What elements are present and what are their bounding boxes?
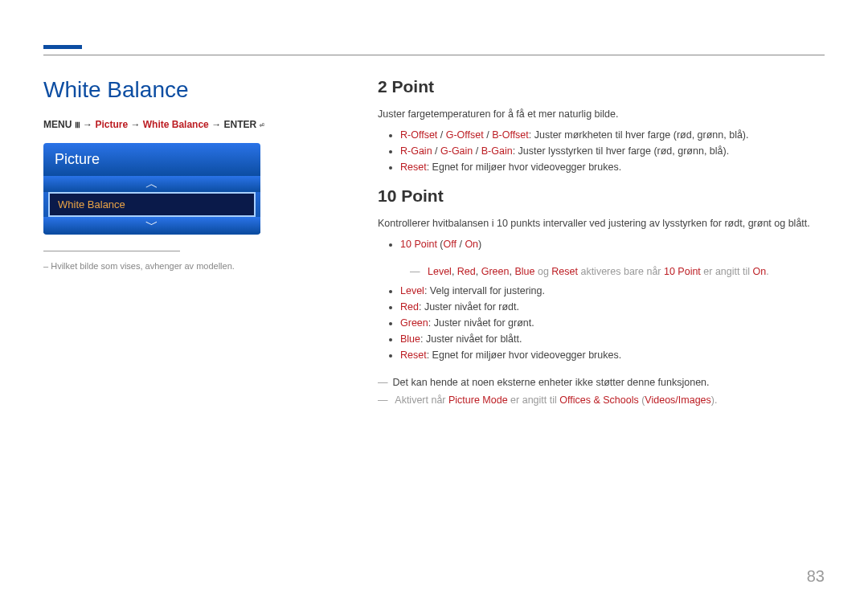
term-level: Level bbox=[428, 266, 452, 277]
mid2-text: er angitt til bbox=[701, 266, 753, 277]
term-reset: Reset bbox=[400, 349, 427, 361]
term-10point: 10 Point bbox=[400, 239, 437, 250]
menu-widget-header: Picture bbox=[43, 143, 260, 176]
left-column: White Balance MENU Ⅲ → Picture → White B… bbox=[43, 77, 333, 410]
breadcrumb-sep: → bbox=[130, 119, 142, 130]
list-item: Reset: Egnet for miljøer hvor videovegge… bbox=[400, 159, 825, 175]
term-on: On bbox=[752, 266, 766, 277]
desc: : Velg intervall for justering. bbox=[424, 285, 545, 296]
paren-close: ). bbox=[711, 394, 718, 406]
list-item: Red: Juster nivået for rødt. bbox=[400, 299, 825, 315]
menu-scroll-down[interactable]: ﹀ bbox=[43, 217, 260, 233]
term-blue: Blue bbox=[400, 333, 420, 345]
right-column: 2 Point Juster fargetemperaturen for å f… bbox=[378, 77, 825, 410]
model-note: Hvilket bilde som vises, avhenger av mod… bbox=[43, 261, 333, 271]
term-picture-mode: Picture Mode bbox=[448, 394, 508, 406]
term-offices-schools: Offices & Schools bbox=[559, 394, 638, 406]
picture-mode-note: Aktivert når Picture Mode er angitt til … bbox=[378, 392, 825, 408]
menu-widget: Picture ︿ White Balance ﹀ bbox=[43, 143, 260, 235]
list-item: Level: Velg intervall for justering. bbox=[400, 283, 825, 299]
term-g-gain: G-Gain bbox=[440, 145, 473, 157]
end-text: . bbox=[766, 266, 768, 277]
term-b-offset: B-Offset bbox=[492, 129, 529, 141]
breadcrumb-enter: ENTER bbox=[223, 119, 256, 130]
paren-open: ( bbox=[437, 239, 444, 250]
list-item: R-Gain / G-Gain / B-Gain: Juster lysstyr… bbox=[400, 143, 825, 159]
og-text: og bbox=[534, 266, 551, 277]
note-separator bbox=[43, 251, 180, 251]
section-2point-title: 2 Point bbox=[378, 77, 825, 96]
term-b-gain: B-Gain bbox=[481, 145, 513, 157]
list-item: Green: Juster nivået for grønt. bbox=[400, 315, 825, 331]
breadcrumb-menu: MENU bbox=[43, 119, 72, 130]
sub-note-wrap: Level, Red, Green, Blue og Reset aktiver… bbox=[378, 264, 825, 280]
list-item: Blue: Juster nivået for blått. bbox=[400, 331, 825, 347]
page-number: 83 bbox=[807, 567, 825, 586]
breadcrumb-sep: → bbox=[83, 119, 95, 130]
term-reset: Reset bbox=[551, 266, 578, 277]
menu-scroll-up[interactable]: ︿ bbox=[43, 176, 260, 192]
breadcrumb: MENU Ⅲ → Picture → White Balance → ENTER… bbox=[43, 119, 333, 130]
menu-item-white-balance[interactable]: White Balance bbox=[48, 192, 256, 217]
list-item: R-Offset / G-Offset / B-Offset: Juster m… bbox=[400, 127, 825, 143]
list-item: Reset: Egnet for miljøer hvor videovegge… bbox=[400, 347, 825, 363]
desc: : Egnet for miljøer hvor videovegger bru… bbox=[427, 161, 621, 173]
section-10point-list: 10 Point (Off / On) bbox=[378, 236, 825, 252]
page-content: White Balance MENU Ⅲ → Picture → White B… bbox=[43, 77, 825, 410]
menu-widget-body: ︿ White Balance ﹀ bbox=[43, 176, 260, 235]
term-r-gain: R-Gain bbox=[400, 145, 432, 157]
activation-note: Level, Red, Green, Blue og Reset aktiver… bbox=[410, 264, 825, 280]
term-green: Green bbox=[481, 266, 510, 277]
desc: : Juster nivået for grønt. bbox=[428, 317, 534, 329]
desc: : Egnet for miljøer hvor videovegger bru… bbox=[427, 349, 621, 361]
opt-off: Off bbox=[444, 239, 457, 250]
term-r-offset: R-Offset bbox=[400, 129, 437, 141]
desc: : Juster nivået for blått. bbox=[420, 333, 522, 345]
paren-close: ) bbox=[478, 239, 481, 250]
section-10point-title: 10 Point bbox=[378, 186, 825, 206]
mid-text: er angitt til bbox=[508, 394, 560, 406]
pre-text: Aktivert når bbox=[395, 394, 448, 406]
header-accent-rule bbox=[43, 45, 82, 49]
chevron-down-icon: ﹀ bbox=[145, 218, 158, 231]
term-videos-images: Videos/Images bbox=[645, 394, 710, 406]
term-level: Level bbox=[400, 285, 424, 296]
term-g-offset: G-Offset bbox=[446, 129, 484, 141]
section-10point-intro: Kontrollerer hvitbalansen i 10 punkts in… bbox=[378, 215, 825, 231]
desc: : Juster lysstyrken til hver farge (rød,… bbox=[513, 145, 730, 157]
term-red: Red bbox=[457, 266, 476, 277]
chevron-up-icon: ︿ bbox=[145, 177, 158, 190]
page-title: White Balance bbox=[43, 77, 333, 103]
header-rule bbox=[43, 55, 825, 55]
breadcrumb-white-balance: White Balance bbox=[143, 119, 209, 130]
term-reset: Reset bbox=[400, 161, 427, 173]
section-2point-intro: Juster fargetemperaturen for å få et mer… bbox=[378, 106, 825, 122]
breadcrumb-picture: Picture bbox=[95, 119, 128, 130]
external-device-note: Det kan hende at noen eksterne enheter i… bbox=[378, 374, 825, 390]
opt-sep: / bbox=[457, 239, 465, 250]
desc: : Juster nivået for rødt. bbox=[419, 301, 519, 313]
term-green: Green bbox=[400, 317, 428, 329]
list-item: 10 Point (Off / On) bbox=[400, 236, 825, 252]
menu-icon: Ⅲ bbox=[75, 121, 80, 129]
term-red: Red bbox=[400, 301, 419, 313]
mid-text: aktiveres bare når bbox=[578, 266, 664, 277]
enter-icon: ⏎ bbox=[259, 121, 264, 129]
opt-on: On bbox=[465, 239, 478, 250]
breadcrumb-sep: → bbox=[211, 119, 223, 130]
term-blue: Blue bbox=[514, 266, 534, 277]
desc: : Juster mørkheten til hver farge (rød, … bbox=[529, 129, 749, 141]
section-10point-list2: Level: Velg intervall for justering. Red… bbox=[378, 283, 825, 363]
term-10point: 10 Point bbox=[664, 266, 701, 277]
section-2point-list: R-Offset / G-Offset / B-Offset: Juster m… bbox=[378, 127, 825, 175]
